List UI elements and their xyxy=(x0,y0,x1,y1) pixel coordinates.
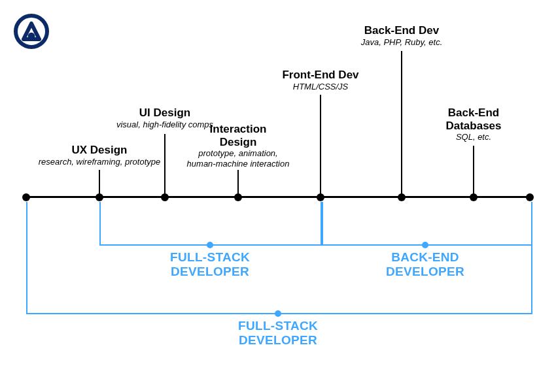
timeline-label-title: Back-End Dev xyxy=(361,24,443,37)
timeline-label-title: UX Design xyxy=(39,144,160,157)
bracket-node-fullstack-outer xyxy=(275,310,281,317)
timeline-label-frontend: Front-End DevHTML/CSS/JS xyxy=(282,69,358,92)
timeline-label-subtitle: research, wireframing, prototype xyxy=(39,157,160,167)
timeline-label-title: InteractionDesign xyxy=(187,123,290,148)
bracket-fullstack-outer xyxy=(26,202,532,314)
timeline-label-db: Back-EndDatabasesSQL, etc. xyxy=(445,106,501,142)
timeline-label-subtitle: HTML/CSS/JS xyxy=(282,82,358,92)
timeline-tick-ui xyxy=(164,134,165,196)
timeline-label-title: Back-EndDatabases xyxy=(445,106,501,132)
timeline-label-ux: UX Designresearch, wireframing, prototyp… xyxy=(39,144,160,167)
timeline-label-title: UI Design xyxy=(116,106,213,120)
logo-icon xyxy=(12,12,51,54)
timeline-tick-backend xyxy=(401,51,402,196)
timeline-label-subtitle: SQL, etc. xyxy=(445,132,501,142)
timeline-label-backend: Back-End DevJava, PHP, Ruby, etc. xyxy=(361,24,443,48)
timeline-label-interaction: InteractionDesignprototype, animation,hu… xyxy=(187,123,290,170)
timeline-start-dot xyxy=(22,193,30,201)
svg-point-0 xyxy=(16,16,47,47)
timeline-tick-interaction xyxy=(237,170,239,196)
svg-point-1 xyxy=(28,33,35,40)
timeline-end-dot xyxy=(526,193,534,201)
timeline-label-title: Front-End Dev xyxy=(282,69,358,82)
timeline-tick-frontend xyxy=(320,95,321,196)
timeline-tick-db xyxy=(473,146,474,196)
timeline-label-subtitle: prototype, animation,human-machine inter… xyxy=(187,148,290,170)
diagram-canvas: { "logo_color": "#0b2a66", "accent": "#3… xyxy=(0,0,556,392)
bracket-label: FULL-STACKDEVELOPER xyxy=(238,319,318,348)
timeline-tick-ux xyxy=(99,170,100,196)
timeline-label-subtitle: Java, PHP, Ruby, etc. xyxy=(361,37,443,48)
